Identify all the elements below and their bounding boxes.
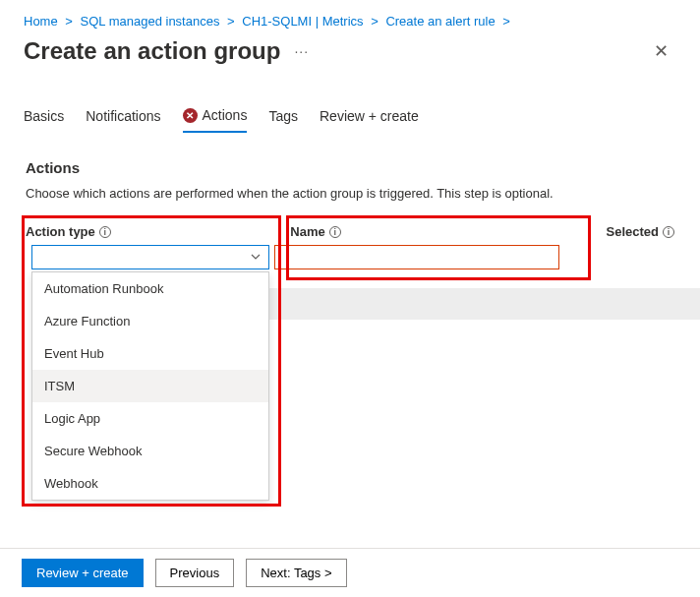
action-type-select[interactable]	[31, 245, 269, 269]
dropdown-option-event-hub[interactable]: Event Hub	[32, 337, 268, 370]
info-icon[interactable]: i	[99, 226, 111, 238]
tab-review[interactable]: Review + create	[320, 101, 419, 132]
tabs-nav: Basics Notifications ✕ Actions Tags Revi…	[0, 80, 700, 132]
tab-actions-label: Actions	[203, 107, 248, 123]
action-type-dropdown-menu: Automation Runbook Azure Function Event …	[31, 271, 269, 501]
next-button[interactable]: Next: Tags >	[246, 559, 346, 587]
footer-bar: Review + create Previous Next: Tags >	[0, 548, 700, 597]
error-icon: ✕	[183, 108, 198, 123]
breadcrumb-link[interactable]: SQL managed instances	[81, 14, 220, 29]
title-bar: Create an action group ··· ✕	[0, 34, 700, 80]
chevron-right-icon: >	[371, 14, 379, 29]
tab-notifications[interactable]: Notifications	[86, 101, 160, 132]
row-background	[267, 288, 700, 320]
breadcrumb-link[interactable]: Create an alert rule	[385, 14, 495, 29]
action-name-input[interactable]	[274, 245, 559, 269]
tab-actions[interactable]: ✕ Actions	[183, 101, 248, 133]
chevron-right-icon: >	[65, 14, 73, 29]
dropdown-option-logic-app[interactable]: Logic App	[32, 402, 268, 435]
dropdown-option-automation-runbook[interactable]: Automation Runbook	[32, 272, 268, 305]
previous-button[interactable]: Previous	[155, 559, 235, 587]
dropdown-option-secure-webhook[interactable]: Secure Webhook	[32, 435, 268, 467]
dropdown-option-azure-function[interactable]: Azure Function	[32, 305, 268, 337]
chevron-right-icon: >	[227, 14, 235, 29]
chevron-right-icon: >	[502, 14, 510, 29]
info-icon[interactable]: i	[329, 226, 341, 238]
chevron-down-icon	[249, 250, 262, 264]
column-headers: Action type i Name i Selected i	[0, 224, 700, 245]
dropdown-option-itsm[interactable]: ITSM	[32, 370, 268, 402]
column-header-name: Name i	[290, 224, 594, 239]
section-heading: Actions	[0, 132, 700, 186]
dropdown-option-webhook[interactable]: Webhook	[32, 467, 268, 500]
section-description: Choose which actions are performed when …	[0, 186, 700, 224]
breadcrumb-link[interactable]: Home	[24, 14, 58, 29]
tab-basics[interactable]: Basics	[24, 101, 64, 132]
breadcrumb: Home > SQL managed instances > CH1-SQLMI…	[0, 0, 700, 34]
more-menu-button[interactable]: ···	[294, 43, 309, 59]
review-create-button[interactable]: Review + create	[22, 559, 144, 587]
info-icon[interactable]: i	[663, 226, 674, 238]
column-header-selected: Selected i	[607, 224, 674, 239]
page-title: Create an action group	[24, 37, 280, 65]
column-header-type: Action type i	[26, 224, 278, 239]
breadcrumb-link[interactable]: CH1-SQLMI | Metrics	[242, 14, 363, 29]
tab-tags[interactable]: Tags	[268, 101, 298, 132]
close-icon[interactable]: ✕	[646, 36, 676, 66]
